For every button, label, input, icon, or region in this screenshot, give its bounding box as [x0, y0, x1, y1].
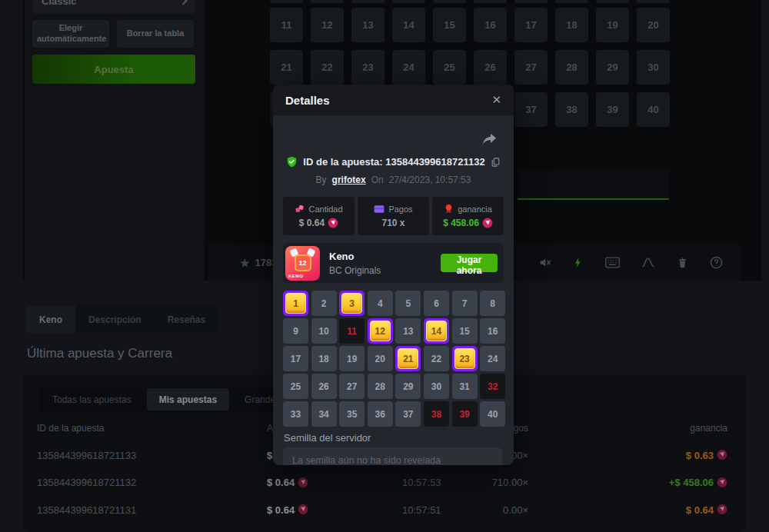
result-cell-miss-38: 38 — [424, 401, 449, 427]
result-cell-13: 13 — [395, 318, 421, 344]
bet-details-modal: Detalles ✕ ID de la apuesta: 13584439961… — [273, 85, 514, 465]
verified-shield-icon — [286, 156, 298, 168]
page: Classic Elegir automáticamente Borrar la… — [0, 0, 769, 532]
result-cell-16: 16 — [480, 318, 505, 344]
result-cell-2: 2 — [311, 291, 337, 316]
bet-stats: Cantidad$ 0.64Pagos710 xganancia$ 458.06 — [283, 197, 504, 235]
username-link[interactable]: grifotex — [332, 175, 366, 185]
stat-value: $ 0.64 — [299, 218, 338, 228]
result-cell-miss-11: 11 — [339, 318, 365, 344]
result-cell-5: 5 — [395, 291, 421, 316]
game-provider: BC Originals — [329, 265, 381, 276]
result-cell-4: 4 — [368, 291, 393, 316]
result-cell-31: 31 — [452, 374, 478, 399]
result-cell-hit-21: 21 — [395, 346, 421, 371]
result-board: 1234567891011121314151617181920212223242… — [283, 291, 505, 427]
result-cell-22: 22 — [424, 346, 449, 371]
gold-tile: 23 — [454, 348, 475, 369]
result-cell-30: 30 — [424, 374, 449, 399]
result-cell-18: 18 — [311, 346, 337, 371]
chips-icon — [295, 204, 305, 214]
stat-value: 710 x — [381, 218, 404, 228]
game-card: 12 KENO Keno BC Originals Jugar ahora — [283, 243, 504, 283]
result-cell-28: 28 — [368, 374, 393, 399]
coin-icon — [482, 218, 493, 228]
server-seed-input[interactable] — [283, 447, 502, 465]
result-cell-hit-12: 12 — [368, 318, 393, 344]
stat-label: Pagos — [374, 204, 412, 214]
result-cell-27: 27 — [339, 374, 365, 399]
result-cell-37: 37 — [395, 401, 421, 427]
modal-header: Detalles ✕ — [273, 85, 514, 115]
result-cell-25: 25 — [283, 374, 308, 399]
wallet-icon — [374, 204, 384, 214]
bet-id-text: ID de la apuesta: 135844399618721132 — [303, 156, 484, 168]
close-icon[interactable]: ✕ — [491, 93, 501, 107]
copy-icon[interactable] — [491, 157, 501, 168]
result-cell-24: 24 — [480, 346, 505, 371]
game-card-meta: Keno BC Originals — [329, 251, 381, 276]
modal-title: Detalles — [285, 94, 330, 107]
on-label: On — [371, 175, 384, 185]
result-cell-hit-23: 23 — [452, 346, 478, 371]
stat-ganancia: ganancia$ 458.06 — [432, 197, 504, 235]
result-cell-17: 17 — [283, 346, 308, 371]
stat-pagos: Pagos710 x — [358, 197, 429, 235]
server-seed-label: Semilla del servidor — [284, 432, 371, 444]
coin-icon — [328, 218, 338, 228]
stat-cantidad: Cantidad$ 0.64 — [283, 197, 355, 235]
bet-datetime: 27/4/2023, 10:57:53 — [389, 175, 471, 185]
result-cell-34: 34 — [311, 401, 337, 427]
by-label: By — [316, 175, 327, 185]
result-cell-hit-1: 1 — [283, 291, 308, 316]
result-cell-hit-14: 14 — [424, 318, 449, 344]
result-cell-hit-3: 3 — [339, 291, 365, 316]
result-cell-20: 20 — [368, 346, 393, 371]
gold-tile: 12 — [370, 321, 391, 341]
result-cell-8: 8 — [480, 291, 505, 316]
stat-value: $ 458.06 — [443, 218, 493, 228]
result-cell-15: 15 — [452, 318, 478, 344]
share-icon[interactable] — [482, 133, 497, 149]
result-cell-9: 9 — [283, 318, 308, 344]
gold-tile: 1 — [285, 293, 306, 314]
result-cell-40: 40 — [480, 401, 505, 427]
gold-tile: 14 — [426, 321, 447, 341]
bet-meta-row: By grifotex On 27/4/2023, 10:57:53 — [273, 175, 514, 185]
gold-tile: 3 — [341, 293, 362, 314]
result-cell-10: 10 — [311, 318, 337, 344]
result-cell-35: 35 — [339, 401, 365, 427]
result-cell-6: 6 — [424, 291, 449, 316]
result-cell-29: 29 — [395, 374, 421, 399]
result-cell-miss-39: 39 — [452, 401, 478, 427]
stat-label: Cantidad — [295, 204, 342, 214]
medal-icon — [444, 204, 454, 214]
result-cell-36: 36 — [368, 401, 393, 427]
game-name: Keno — [329, 251, 381, 262]
stat-label: ganancia — [444, 204, 492, 214]
keno-game-icon: 12 KENO — [285, 246, 320, 281]
result-cell-19: 19 — [339, 346, 365, 371]
result-cell-33: 33 — [283, 401, 308, 427]
result-cell-7: 7 — [452, 291, 478, 316]
result-cell-26: 26 — [311, 374, 337, 399]
result-cell-miss-32: 32 — [480, 374, 505, 399]
gold-tile: 21 — [398, 348, 418, 369]
bet-id-row: ID de la apuesta: 135844399618721132 — [273, 156, 514, 168]
play-now-button[interactable]: Jugar ahora — [441, 254, 498, 272]
